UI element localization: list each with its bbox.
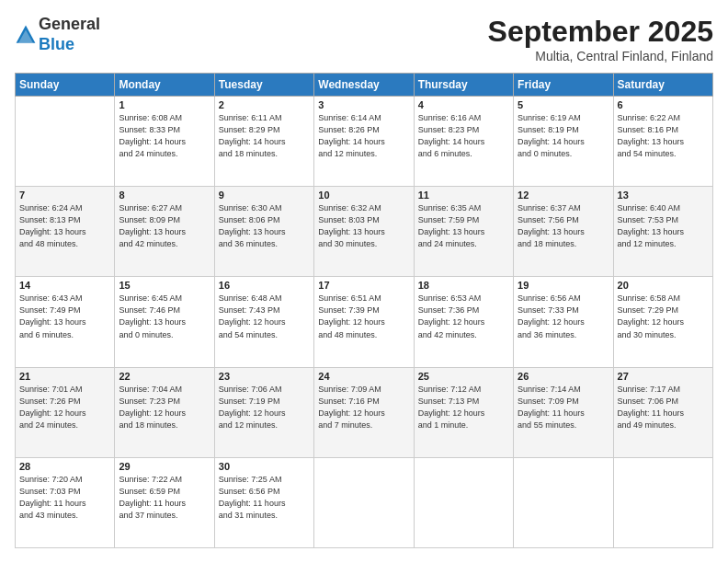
- location: Multia, Central Finland, Finland: [488, 49, 713, 63]
- page-header: General Blue September 2025 Multia, Cent…: [15, 15, 713, 63]
- table-row: 14Sunrise: 6:43 AM Sunset: 7:49 PM Dayli…: [16, 277, 115, 367]
- day-number: 19: [518, 280, 609, 291]
- day-info: Sunrise: 6:11 AM Sunset: 8:29 PM Dayligh…: [219, 112, 310, 160]
- calendar-week-row: 14Sunrise: 6:43 AM Sunset: 7:49 PM Dayli…: [16, 277, 713, 367]
- day-number: 21: [19, 371, 110, 382]
- header-friday: Friday: [514, 74, 613, 97]
- table-row: 13Sunrise: 6:40 AM Sunset: 7:53 PM Dayli…: [613, 187, 712, 277]
- day-info: Sunrise: 7:01 AM Sunset: 7:26 PM Dayligh…: [19, 384, 110, 431]
- day-number: 26: [518, 371, 609, 382]
- table-row: 4Sunrise: 6:16 AM Sunset: 8:23 PM Daylig…: [414, 97, 513, 187]
- table-row: [16, 97, 115, 187]
- table-row: 26Sunrise: 7:14 AM Sunset: 7:09 PM Dayli…: [514, 367, 613, 457]
- table-row: [613, 457, 712, 547]
- logo-general-text: General: [39, 15, 100, 33]
- day-number: 3: [318, 99, 409, 110]
- day-number: 27: [618, 371, 709, 382]
- table-row: 16Sunrise: 6:48 AM Sunset: 7:43 PM Dayli…: [214, 277, 313, 367]
- table-row: 19Sunrise: 6:56 AM Sunset: 7:33 PM Dayli…: [514, 277, 613, 367]
- calendar-week-row: 21Sunrise: 7:01 AM Sunset: 7:26 PM Dayli…: [16, 367, 713, 457]
- day-info: Sunrise: 6:37 AM Sunset: 7:56 PM Dayligh…: [518, 202, 609, 250]
- day-info: Sunrise: 6:16 AM Sunset: 8:23 PM Dayligh…: [418, 112, 509, 160]
- day-number: 25: [418, 371, 509, 382]
- day-info: Sunrise: 6:45 AM Sunset: 7:46 PM Dayligh…: [119, 293, 210, 340]
- day-info: Sunrise: 6:48 AM Sunset: 7:43 PM Dayligh…: [219, 293, 310, 340]
- day-number: 17: [318, 280, 409, 291]
- table-row: 11Sunrise: 6:35 AM Sunset: 7:59 PM Dayli…: [414, 187, 513, 277]
- table-row: 24Sunrise: 7:09 AM Sunset: 7:16 PM Dayli…: [314, 367, 414, 457]
- day-info: Sunrise: 6:30 AM Sunset: 8:06 PM Dayligh…: [219, 202, 310, 250]
- day-number: 18: [418, 280, 509, 291]
- day-info: Sunrise: 6:56 AM Sunset: 7:33 PM Dayligh…: [518, 293, 609, 340]
- table-row: 9Sunrise: 6:30 AM Sunset: 8:06 PM Daylig…: [214, 187, 313, 277]
- day-number: 6: [618, 99, 709, 110]
- day-info: Sunrise: 6:43 AM Sunset: 7:49 PM Dayligh…: [19, 293, 110, 340]
- day-info: Sunrise: 6:19 AM Sunset: 8:19 PM Dayligh…: [518, 112, 609, 160]
- table-row: 21Sunrise: 7:01 AM Sunset: 7:26 PM Dayli…: [16, 367, 115, 457]
- day-info: Sunrise: 7:12 AM Sunset: 7:13 PM Dayligh…: [418, 384, 509, 431]
- table-row: 27Sunrise: 7:17 AM Sunset: 7:06 PM Dayli…: [613, 367, 712, 457]
- day-info: Sunrise: 6:27 AM Sunset: 8:09 PM Dayligh…: [119, 202, 210, 250]
- day-number: 24: [318, 371, 409, 382]
- table-row: 20Sunrise: 6:58 AM Sunset: 7:29 PM Dayli…: [613, 277, 712, 367]
- table-row: 28Sunrise: 7:20 AM Sunset: 7:03 PM Dayli…: [16, 457, 115, 547]
- calendar-week-row: 28Sunrise: 7:20 AM Sunset: 7:03 PM Dayli…: [16, 457, 713, 547]
- logo: General Blue: [15, 15, 100, 54]
- header-tuesday: Tuesday: [214, 74, 313, 97]
- table-row: 15Sunrise: 6:45 AM Sunset: 7:46 PM Dayli…: [115, 277, 214, 367]
- table-row: 12Sunrise: 6:37 AM Sunset: 7:56 PM Dayli…: [514, 187, 613, 277]
- day-number: 13: [618, 190, 709, 201]
- header-sunday: Sunday: [16, 74, 115, 97]
- day-info: Sunrise: 6:14 AM Sunset: 8:26 PM Dayligh…: [318, 112, 409, 160]
- day-info: Sunrise: 6:22 AM Sunset: 8:16 PM Dayligh…: [618, 112, 709, 160]
- logo-icon: [15, 24, 37, 46]
- table-row: [314, 457, 414, 547]
- table-row: 7Sunrise: 6:24 AM Sunset: 8:13 PM Daylig…: [16, 187, 115, 277]
- header-saturday: Saturday: [613, 74, 712, 97]
- day-number: 12: [518, 190, 609, 201]
- day-info: Sunrise: 7:14 AM Sunset: 7:09 PM Dayligh…: [518, 384, 609, 431]
- table-row: 17Sunrise: 6:51 AM Sunset: 7:39 PM Dayli…: [314, 277, 414, 367]
- day-number: 10: [318, 190, 409, 201]
- table-row: 8Sunrise: 6:27 AM Sunset: 8:09 PM Daylig…: [115, 187, 214, 277]
- title-block: September 2025 Multia, Central Finland, …: [488, 15, 713, 63]
- day-number: 15: [119, 280, 210, 291]
- day-info: Sunrise: 7:06 AM Sunset: 7:19 PM Dayligh…: [219, 384, 310, 431]
- day-number: 9: [219, 190, 310, 201]
- calendar-table: Sunday Monday Tuesday Wednesday Thursday…: [15, 73, 713, 548]
- table-row: [414, 457, 513, 547]
- day-info: Sunrise: 7:17 AM Sunset: 7:06 PM Dayligh…: [618, 384, 709, 431]
- calendar-header-row: Sunday Monday Tuesday Wednesday Thursday…: [16, 74, 713, 97]
- table-row: 3Sunrise: 6:14 AM Sunset: 8:26 PM Daylig…: [314, 97, 414, 187]
- day-info: Sunrise: 7:04 AM Sunset: 7:23 PM Dayligh…: [119, 384, 210, 431]
- month-title: September 2025: [488, 15, 713, 49]
- calendar-week-row: 7Sunrise: 6:24 AM Sunset: 8:13 PM Daylig…: [16, 187, 713, 277]
- day-info: Sunrise: 7:09 AM Sunset: 7:16 PM Dayligh…: [318, 384, 409, 431]
- day-info: Sunrise: 6:58 AM Sunset: 7:29 PM Dayligh…: [618, 293, 709, 340]
- day-number: 11: [418, 190, 509, 201]
- day-number: 20: [618, 280, 709, 291]
- day-number: 8: [119, 190, 210, 201]
- header-monday: Monday: [115, 74, 214, 97]
- table-row: 25Sunrise: 7:12 AM Sunset: 7:13 PM Dayli…: [414, 367, 513, 457]
- day-number: 1: [119, 99, 210, 110]
- day-info: Sunrise: 6:32 AM Sunset: 8:03 PM Dayligh…: [318, 202, 409, 250]
- table-row: 10Sunrise: 6:32 AM Sunset: 8:03 PM Dayli…: [314, 187, 414, 277]
- table-row: 22Sunrise: 7:04 AM Sunset: 7:23 PM Dayli…: [115, 367, 214, 457]
- table-row: 2Sunrise: 6:11 AM Sunset: 8:29 PM Daylig…: [214, 97, 313, 187]
- day-number: 16: [219, 280, 310, 291]
- table-row: 1Sunrise: 6:08 AM Sunset: 8:33 PM Daylig…: [115, 97, 214, 187]
- day-info: Sunrise: 7:25 AM Sunset: 6:56 PM Dayligh…: [219, 474, 310, 522]
- day-info: Sunrise: 6:35 AM Sunset: 7:59 PM Dayligh…: [418, 202, 509, 250]
- day-number: 4: [418, 99, 509, 110]
- day-info: Sunrise: 7:22 AM Sunset: 6:59 PM Dayligh…: [119, 474, 210, 522]
- header-wednesday: Wednesday: [314, 74, 414, 97]
- day-info: Sunrise: 6:40 AM Sunset: 7:53 PM Dayligh…: [618, 202, 709, 250]
- day-info: Sunrise: 6:51 AM Sunset: 7:39 PM Dayligh…: [318, 293, 409, 340]
- table-row: 18Sunrise: 6:53 AM Sunset: 7:36 PM Dayli…: [414, 277, 513, 367]
- table-row: [514, 457, 613, 547]
- day-info: Sunrise: 6:08 AM Sunset: 8:33 PM Dayligh…: [119, 112, 210, 160]
- header-thursday: Thursday: [414, 74, 513, 97]
- day-number: 2: [219, 99, 310, 110]
- day-number: 28: [19, 461, 110, 472]
